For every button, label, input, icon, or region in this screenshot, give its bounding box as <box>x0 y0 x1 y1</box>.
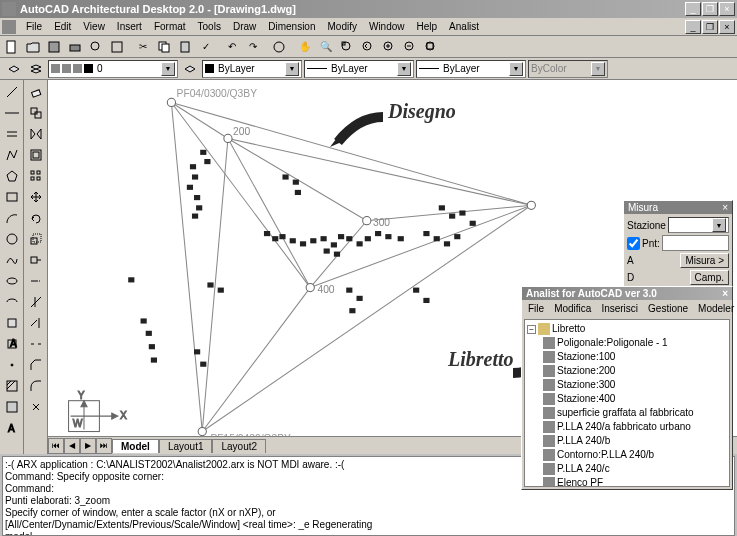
tree-item[interactable]: Stazione:200 <box>527 364 727 378</box>
point-tool[interactable] <box>2 355 22 375</box>
tab-layout2[interactable]: Layout2 <box>212 439 266 453</box>
menu-tools[interactable]: Tools <box>192 19 227 34</box>
menu-view[interactable]: View <box>77 19 111 34</box>
tab-last-button[interactable]: ⏭ <box>96 438 112 454</box>
layer-combo[interactable]: 0 ▼ <box>48 60 178 78</box>
layers-button[interactable] <box>26 59 46 79</box>
array-tool[interactable] <box>26 166 46 186</box>
analist-menu-modeler[interactable]: Modeler <box>694 302 737 315</box>
tab-model[interactable]: Model <box>112 439 159 453</box>
lengthen-tool[interactable] <box>26 271 46 291</box>
arc-tool[interactable] <box>2 208 22 228</box>
analist-close-button[interactable]: × <box>722 288 728 299</box>
make-block-tool[interactable]: A <box>2 334 22 354</box>
explode-tool[interactable] <box>26 397 46 417</box>
tree-item[interactable]: Stazione:400 <box>527 392 727 406</box>
tree-item[interactable]: superficie graffata al fabbricato <box>527 406 727 420</box>
zoom-out-button[interactable] <box>400 37 420 57</box>
tree-item[interactable]: Stazione:300 <box>527 378 727 392</box>
menu-file[interactable]: File <box>20 19 48 34</box>
save-button[interactable] <box>44 37 64 57</box>
text-tool[interactable]: A <box>2 418 22 438</box>
region-tool[interactable] <box>2 397 22 417</box>
copy-tool[interactable] <box>26 103 46 123</box>
tree-root[interactable]: − Libretto <box>527 322 727 336</box>
tree-item[interactable]: Contorno:P.LLA 240/b <box>527 448 727 462</box>
misura-panel[interactable]: Misura × Stazione ▼ Pnt: A Misura > D Ca… <box>623 200 733 291</box>
tree-collapse-icon[interactable]: − <box>527 325 536 334</box>
rectangle-tool[interactable] <box>2 187 22 207</box>
offset-tool[interactable] <box>26 145 46 165</box>
scale-tool[interactable] <box>26 229 46 249</box>
misura-title-bar[interactable]: Misura × <box>624 201 732 214</box>
pan-button[interactable]: ✋ <box>295 37 315 57</box>
break-tool[interactable] <box>26 334 46 354</box>
analist-menu-inserisci[interactable]: Inserisci <box>597 302 642 315</box>
doc-minimize-button[interactable]: _ <box>685 20 701 34</box>
ellipse-arc-tool[interactable] <box>2 292 22 312</box>
match-button[interactable]: ✓ <box>196 37 216 57</box>
tree-item[interactable]: P.LLA 240/a fabbricato urbano <box>527 420 727 434</box>
analist-title-bar[interactable]: Analist for AutoCAD ver 3.0 × <box>522 287 732 300</box>
mline-tool[interactable] <box>2 124 22 144</box>
line-tool[interactable] <box>2 82 22 102</box>
zoom-previous-button[interactable] <box>358 37 378 57</box>
hatch-tool[interactable] <box>2 376 22 396</box>
trim-tool[interactable] <box>26 292 46 312</box>
fillet-tool[interactable] <box>26 376 46 396</box>
doc-restore-button[interactable]: ❐ <box>702 20 718 34</box>
tab-layout1[interactable]: Layout1 <box>159 439 213 453</box>
analist-menu-file[interactable]: File <box>524 302 548 315</box>
move-tool[interactable] <box>26 187 46 207</box>
erase-tool[interactable] <box>26 82 46 102</box>
analist-menu-modifica[interactable]: Modifica <box>550 302 595 315</box>
analist-menu-gestione[interactable]: Gestione <box>644 302 692 315</box>
browser-button[interactable] <box>269 37 289 57</box>
tab-next-button[interactable]: ▶ <box>80 438 96 454</box>
chamfer-tool[interactable] <box>26 355 46 375</box>
menu-dimension[interactable]: Dimension <box>262 19 321 34</box>
redo-button[interactable]: ↷ <box>243 37 263 57</box>
tree-item[interactable]: Poligonale:Poligonale - 1 <box>527 336 727 350</box>
tree-item[interactable]: Stazione:100 <box>527 350 727 364</box>
stretch-tool[interactable] <box>26 250 46 270</box>
tab-first-button[interactable]: ⏮ <box>48 438 64 454</box>
pline-tool[interactable] <box>2 145 22 165</box>
spline-tool[interactable] <box>2 250 22 270</box>
zoom-in-button[interactable] <box>379 37 399 57</box>
linetype-combo[interactable]: ByLayer ▼ <box>304 60 414 78</box>
preview-button[interactable] <box>86 37 106 57</box>
restore-button[interactable]: ❐ <box>702 2 718 16</box>
tree-item[interactable]: P.LLA 240/c <box>527 462 727 476</box>
cut-button[interactable]: ✂ <box>133 37 153 57</box>
misura-close-button[interactable]: × <box>722 202 728 213</box>
misura-button[interactable]: Misura > <box>680 253 729 268</box>
layer-prev-button[interactable] <box>180 59 200 79</box>
layer-props-button[interactable] <box>4 59 24 79</box>
ellipse-tool[interactable] <box>2 271 22 291</box>
menu-insert[interactable]: Insert <box>111 19 148 34</box>
doc-close-button[interactable]: × <box>719 20 735 34</box>
polygon-tool[interactable] <box>2 166 22 186</box>
xline-tool[interactable] <box>2 103 22 123</box>
undo-button[interactable]: ↶ <box>222 37 242 57</box>
new-button[interactable] <box>2 37 22 57</box>
open-button[interactable] <box>23 37 43 57</box>
menu-format[interactable]: Format <box>148 19 192 34</box>
tree-item[interactable]: Elenco PF <box>527 476 727 487</box>
insert-block-tool[interactable] <box>2 313 22 333</box>
copy-button[interactable] <box>154 37 174 57</box>
color-combo[interactable]: ByLayer ▼ <box>202 60 302 78</box>
tab-prev-button[interactable]: ◀ <box>64 438 80 454</box>
zoom-realtime-button[interactable]: 🔍 <box>316 37 336 57</box>
paste-button[interactable] <box>175 37 195 57</box>
analist-panel[interactable]: Analist for AutoCAD ver 3.0 × File Modif… <box>521 286 733 490</box>
zoom-window-button[interactable] <box>337 37 357 57</box>
pnt-checkbox[interactable] <box>627 237 640 250</box>
analist-tree[interactable]: − Libretto Poligonale:Poligonale - 1 Sta… <box>524 319 730 487</box>
menu-analist[interactable]: Analist <box>443 19 485 34</box>
rotate-tool[interactable] <box>26 208 46 228</box>
mirror-tool[interactable] <box>26 124 46 144</box>
tree-item[interactable]: P.LLA 240/b <box>527 434 727 448</box>
menu-draw[interactable]: Draw <box>227 19 262 34</box>
